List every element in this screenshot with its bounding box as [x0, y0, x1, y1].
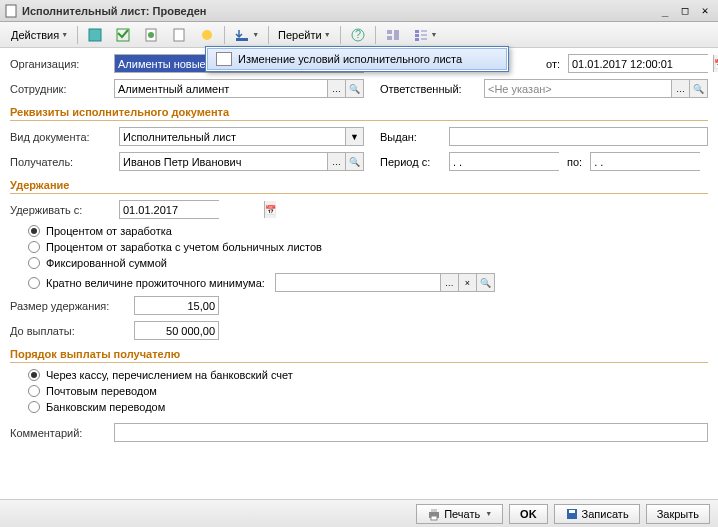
doc-type-label: Вид документа:: [10, 131, 115, 143]
minimum-input[interactable]: … × 🔍: [275, 273, 495, 292]
toolbar-icon-4[interactable]: [166, 25, 192, 45]
radio-label: Процентом от заработка с учетом больничн…: [46, 241, 322, 253]
toolbar-icon-6[interactable]: ▼: [229, 25, 264, 45]
doc-type-value[interactable]: [120, 128, 345, 145]
comment-label: Комментарий:: [10, 427, 110, 439]
document-icon: [216, 52, 232, 66]
amount-input[interactable]: [134, 296, 219, 315]
svg-rect-12: [394, 30, 399, 40]
window-title: Исполнительный лист: Проведен: [22, 5, 654, 17]
toolbar-icon-5[interactable]: [194, 25, 220, 45]
date-value[interactable]: [569, 55, 713, 72]
radio-button[interactable]: [28, 241, 40, 253]
radio-percent-sick[interactable]: Процентом от заработка с учетом больничн…: [28, 241, 708, 253]
doc-type-input[interactable]: ▼: [119, 127, 364, 146]
recipient-label: Получатель:: [10, 156, 115, 168]
radio-postal[interactable]: Почтовым переводом: [28, 385, 708, 397]
radio-button[interactable]: [28, 225, 40, 237]
actions-menu[interactable]: Действия▼: [6, 25, 73, 45]
toolbar-icon-1[interactable]: [82, 25, 108, 45]
radio-label: Процентом от заработка: [46, 225, 172, 237]
radio-button[interactable]: [28, 257, 40, 269]
svg-rect-23: [569, 510, 575, 513]
svg-rect-14: [415, 34, 419, 37]
radio-fixed[interactable]: Фиксированной суммой: [28, 257, 708, 269]
radio-cash-bank[interactable]: Через кассу, перечислением на банковский…: [28, 369, 708, 381]
radio-label: Фиксированной суммой: [46, 257, 167, 269]
clear-button[interactable]: ×: [458, 274, 476, 291]
search-button[interactable]: 🔍: [345, 80, 363, 97]
printer-icon: [427, 507, 441, 521]
svg-text:?: ?: [355, 28, 361, 40]
radio-bank-transfer[interactable]: Банковским переводом: [28, 401, 708, 413]
period-to-value[interactable]: [591, 153, 718, 170]
dropdown-button[interactable]: ▼: [345, 128, 363, 145]
amount-label: Размер удержания:: [10, 300, 130, 312]
withhold-from-input[interactable]: 📅: [119, 200, 219, 219]
radio-button[interactable]: [28, 277, 40, 289]
until-input[interactable]: [134, 321, 219, 340]
toolbar: Действия▼ ▼ Перейти▼ ? ▼ Изменение услов…: [0, 22, 718, 48]
close-button[interactable]: ✕: [696, 3, 714, 19]
svg-rect-11: [387, 36, 392, 40]
svg-rect-0: [6, 5, 16, 17]
minimize-button[interactable]: _: [656, 3, 674, 19]
calendar-button[interactable]: 📅: [264, 201, 276, 218]
svg-rect-20: [431, 509, 437, 512]
radio-button[interactable]: [28, 385, 40, 397]
radio-label: Кратно величине прожиточного минимума:: [46, 277, 265, 289]
document-icon: [4, 4, 18, 18]
radio-button[interactable]: [28, 401, 40, 413]
search-button[interactable]: 🔍: [476, 274, 494, 291]
save-button[interactable]: Записать: [554, 504, 640, 524]
toolbar-icon-2[interactable]: [110, 25, 136, 45]
ok-button[interactable]: OK: [509, 504, 548, 524]
radio-button[interactable]: [28, 369, 40, 381]
radio-minimum[interactable]: Кратно величине прожиточного минимума: ……: [28, 273, 708, 292]
search-button[interactable]: 🔍: [345, 153, 363, 170]
close-form-button[interactable]: Закрыть: [646, 504, 710, 524]
period-to-input[interactable]: 📅: [590, 152, 700, 171]
radio-label: Почтовым переводом: [46, 385, 157, 397]
date-input[interactable]: 📅: [568, 54, 708, 73]
svg-rect-1: [89, 29, 101, 41]
save-icon: [565, 507, 579, 521]
emp-value[interactable]: [115, 80, 327, 97]
svg-rect-13: [415, 30, 419, 33]
help-icon[interactable]: ?: [345, 25, 371, 45]
search-button[interactable]: 🔍: [689, 80, 707, 97]
withhold-from-value[interactable]: [120, 201, 264, 218]
svg-point-4: [148, 32, 154, 38]
toolbar-icon-3[interactable]: [138, 25, 164, 45]
svg-rect-5: [174, 29, 184, 41]
radio-label: Через кассу, перечислением на банковский…: [46, 369, 293, 381]
select-button[interactable]: …: [671, 80, 689, 97]
goto-menu[interactable]: Перейти▼: [273, 25, 336, 45]
print-button[interactable]: Печать▼: [416, 504, 503, 524]
resp-input[interactable]: … 🔍: [484, 79, 708, 98]
dropdown-item-change-conditions[interactable]: Изменение условий исполнительного листа: [207, 48, 507, 70]
radio-percent-earnings[interactable]: Процентом от заработка: [28, 225, 708, 237]
select-button[interactable]: …: [327, 80, 345, 97]
recipient-value[interactable]: [120, 153, 327, 170]
issued-input[interactable]: [449, 127, 708, 146]
window-titlebar: Исполнительный лист: Проведен _ □ ✕: [0, 0, 718, 22]
calendar-button[interactable]: 📅: [713, 55, 718, 72]
recipient-input[interactable]: … 🔍: [119, 152, 364, 171]
maximize-button[interactable]: □: [676, 3, 694, 19]
comment-input[interactable]: [114, 423, 708, 442]
dropdown-menu: Изменение условий исполнительного листа: [205, 46, 509, 72]
emp-label: Сотрудник:: [10, 83, 110, 95]
select-button[interactable]: …: [440, 274, 458, 291]
emp-input[interactable]: … 🔍: [114, 79, 364, 98]
until-label: До выплаты:: [10, 325, 130, 337]
toolbar-icon-8[interactable]: ▼: [408, 25, 443, 45]
form-body: Организация: … 🔍 от: 📅 Сотрудник: … 🔍 От…: [0, 48, 718, 454]
period-from-input[interactable]: 📅: [449, 152, 559, 171]
svg-rect-10: [387, 30, 392, 34]
resp-value[interactable]: [485, 80, 671, 97]
toolbar-icon-7[interactable]: [380, 25, 406, 45]
select-button[interactable]: …: [327, 153, 345, 170]
dropdown-item-label: Изменение условий исполнительного листа: [238, 53, 462, 65]
section-payment: Порядок выплаты получателю: [10, 348, 708, 363]
